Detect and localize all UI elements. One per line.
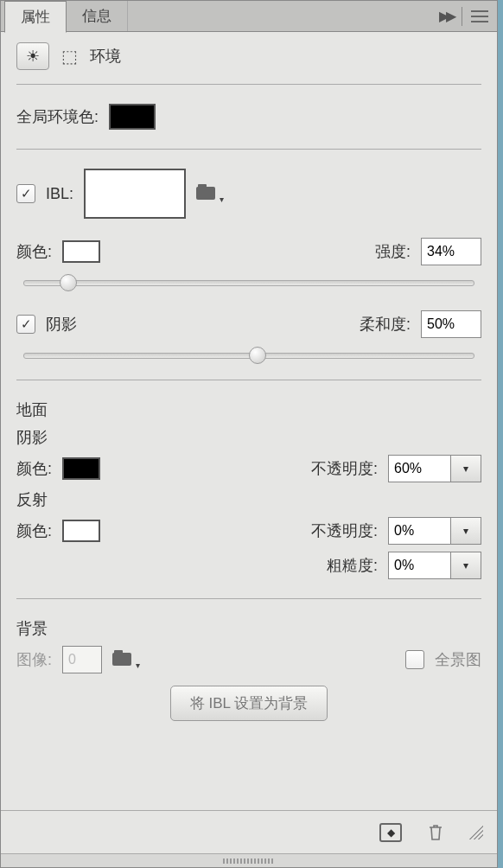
ibl-checkbox[interactable]: ✓ (16, 184, 35, 203)
background-title: 背景 (16, 618, 48, 639)
ground-reflection-title: 反射 (16, 489, 48, 510)
ground-shadow-color-swatch[interactable] (62, 457, 100, 480)
ibl-image-swatch[interactable] (84, 169, 186, 219)
shadow-softness-input[interactable] (421, 310, 481, 338)
global-env-color-swatch[interactable] (109, 104, 156, 130)
panel-footer: ◆ (1, 810, 497, 853)
ground-shadow-title: 阴影 (16, 427, 48, 448)
ibl-label: IBL: (46, 185, 73, 203)
tab-properties[interactable]: 属性 (4, 1, 67, 33)
light-icon[interactable]: ☀ (16, 42, 49, 70)
ground-roughness-label: 粗糙度: (327, 555, 378, 576)
ground-reflection-opacity-input[interactable] (388, 517, 450, 545)
background-image-label: 图像: (16, 649, 52, 670)
ibl-intensity-label: 强度: (375, 241, 411, 262)
ibl-intensity-slider[interactable] (23, 272, 474, 293)
trash-icon[interactable] (424, 821, 447, 844)
render-icon[interactable]: ◆ (379, 823, 402, 842)
bottom-bar[interactable] (1, 853, 497, 867)
set-ibl-background-button[interactable]: 将 IBL 设置为背景 (170, 686, 328, 721)
tab-info[interactable]: 信息 (67, 1, 128, 31)
folder-icon[interactable]: ▾ (112, 650, 137, 669)
ground-shadow-opacity-input[interactable] (388, 455, 450, 482)
shadow-softness-label: 柔和度: (360, 314, 411, 335)
ibl-color-swatch[interactable] (62, 240, 100, 263)
background-image-input[interactable] (62, 646, 102, 673)
ground-title: 地面 (16, 399, 48, 420)
tab-bar: 属性 信息 ▶▶ (1, 1, 497, 32)
shadow-label: 阴影 (46, 314, 77, 335)
shadow-checkbox[interactable]: ✓ (16, 315, 35, 334)
panorama-checkbox[interactable] (405, 650, 424, 669)
dropdown-button[interactable]: ▾ (450, 552, 481, 579)
panorama-label: 全景图 (435, 649, 481, 670)
ground-shadow-color-label: 颜色: (16, 458, 52, 479)
global-env-color-label: 全局环境色: (16, 106, 99, 127)
panel-title: 环境 (90, 46, 121, 67)
ground-roughness-input[interactable] (388, 552, 450, 579)
ground-shadow-opacity-label: 不透明度: (311, 458, 378, 479)
dropdown-button[interactable]: ▾ (450, 517, 481, 545)
ibl-intensity-input[interactable] (421, 238, 481, 265)
ibl-color-label: 颜色: (16, 241, 52, 262)
panel-header: ☀ ⬚ 环境 (1, 32, 497, 80)
cube-icon[interactable]: ⬚ (61, 46, 78, 67)
ground-reflection-color-swatch[interactable] (62, 520, 100, 542)
shadow-softness-slider[interactable] (23, 345, 474, 366)
collapse-icon[interactable]: ▶▶ (439, 8, 453, 24)
dropdown-button[interactable]: ▾ (450, 455, 481, 482)
resize-grip-icon[interactable] (469, 826, 483, 839)
panel-menu-icon[interactable] (471, 10, 488, 22)
separator (462, 7, 462, 26)
ground-reflection-color-label: 颜色: (16, 520, 52, 541)
folder-icon[interactable]: ▾ (196, 184, 220, 203)
ground-reflection-opacity-label: 不透明度: (311, 520, 378, 541)
